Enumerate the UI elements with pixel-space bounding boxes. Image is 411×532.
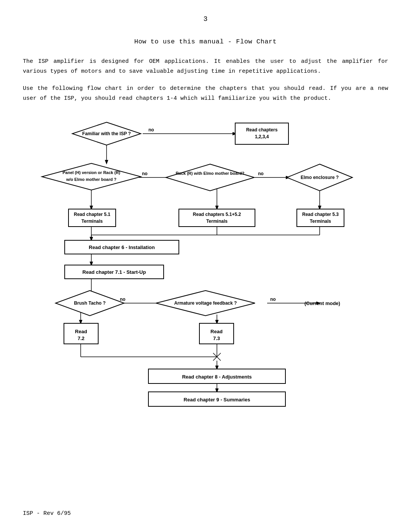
svg-text:no: no [120, 297, 126, 302]
svg-marker-39 [166, 164, 254, 191]
intro-para2: Use the following flow chart in order to… [23, 84, 388, 103]
svg-text:w/o Elmo mother board ?: w/o Elmo mother board ? [66, 177, 116, 182]
svg-text:Read: Read [210, 329, 223, 334]
svg-text:Panel (H) version or Rack (R): Panel (H) version or Rack (R) [62, 170, 120, 175]
svg-text:no: no [148, 127, 154, 133]
svg-text:Familiar with the ISP ?: Familiar with the ISP ? [82, 131, 131, 136]
svg-text:Rack (R) with Elmo mother boar: Rack (R) with Elmo mother board? [176, 171, 245, 176]
svg-text:Read chapter 5.1: Read chapter 5.1 [74, 212, 110, 217]
label-current-mode: (Current mode) [304, 300, 340, 306]
svg-text:Read chapter 6 - Installation: Read chapter 6 - Installation [89, 244, 155, 250]
node-brushTacho: Brush Tacho ? [56, 291, 124, 316]
node-read53: Read chapter 5.3 Terminals [297, 209, 344, 227]
svg-text:Read: Read [75, 329, 87, 334]
node-read73: Read 7.3 [199, 323, 234, 344]
node-read8: Read chapter 8 - Adjustments [148, 369, 285, 383]
svg-text:Terminals: Terminals [81, 219, 103, 224]
node-read51: Read chapter 5.1 Terminals [68, 209, 116, 227]
svg-text:Read chapter 9 - Summaries: Read chapter 9 - Summaries [184, 397, 250, 403]
page-title: How to use this manual - Flow Chart [23, 38, 388, 45]
svg-text:7.3: 7.3 [213, 335, 220, 341]
footer: ISP - Rev 6/95 [23, 510, 71, 517]
svg-text:Read chapter 8 - Adjustments: Read chapter 8 - Adjustments [182, 374, 252, 380]
svg-text:Brush Tacho ?: Brush Tacho ? [74, 300, 105, 306]
svg-text:Read chapter 5.3: Read chapter 5.3 [302, 212, 339, 217]
svg-text:Terminals: Terminals [206, 219, 228, 224]
svg-text:Armature voltage feedback ?: Armature voltage feedback ? [174, 300, 237, 306]
svg-marker-36 [42, 163, 141, 190]
node-elmoEnc: Elmo enclosure ? [287, 164, 352, 191]
node-armVoltage: Armature voltage feedback ? [156, 291, 255, 316]
svg-text:Elmo enclosure ?: Elmo enclosure ? [301, 175, 339, 180]
svg-text:Terminals: Terminals [310, 219, 331, 224]
svg-text:1,2,3,4: 1,2,3,4 [255, 134, 269, 139]
svg-rect-33 [235, 123, 288, 144]
intro-para1: The ISP amplifier is designed for OEM ap… [23, 57, 388, 76]
page-number: 3 [23, 15, 388, 23]
node-read9: Read chapter 9 - Summaries [148, 392, 285, 406]
node-read1234: Read chapters 1,2,3,4 [235, 123, 288, 144]
node-familiar: Familiar with the ISP ? [72, 122, 141, 145]
svg-text:Read chapters 5.1+5.2: Read chapters 5.1+5.2 [193, 212, 241, 217]
node-read6: Read chapter 6 - Installation [65, 240, 179, 254]
svg-text:no: no [258, 171, 264, 176]
svg-text:no: no [142, 171, 148, 176]
svg-text:Read chapters: Read chapters [246, 127, 278, 133]
node-read71: Read chapter 7.1 - Start-Up [65, 265, 164, 279]
svg-text:7.2: 7.2 [78, 335, 84, 341]
node-rackElmo: Rack (R) with Elmo mother board? [166, 164, 254, 191]
svg-text:no: no [270, 297, 276, 302]
node-read5152: Read chapters 5.1+5.2 Terminals [179, 209, 255, 227]
node-panelrack: Panel (H) version or Rack (R) w/o Elmo m… [42, 163, 141, 190]
flowchart: no no no no [30, 115, 381, 412]
svg-text:Read chapter 7.1 - Start-Up: Read chapter 7.1 - Start-Up [83, 269, 146, 275]
node-read72: Read 7.2 [64, 323, 98, 344]
